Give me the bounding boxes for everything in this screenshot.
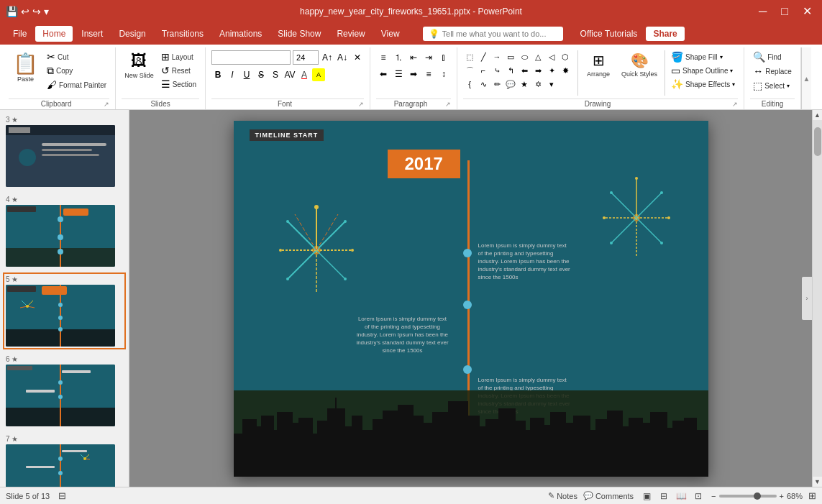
underline-button[interactable]: U [240,68,253,81]
columns-button[interactable]: ⫿ [437,50,451,65]
minimize-button[interactable]: ─ [754,6,771,17]
increase-indent-button[interactable]: ⇥ [421,50,436,65]
select-shape[interactable]: ⬚ [463,50,476,63]
align-center-button[interactable]: ☰ [391,67,406,81]
menu-slideshow[interactable]: Slide Show [270,26,328,42]
find-button[interactable]: 🔍 Find [750,50,784,63]
ribbon-collapse-button[interactable]: ▲ [801,47,811,109]
arrange-button[interactable]: ⊞ Arrange [584,50,613,79]
slide-thumb-4[interactable]: 4★ [3,193,126,270]
fit-page-button[interactable]: ⊞ [808,490,816,501]
reset-button[interactable]: ↺ Reset [158,64,199,77]
scroll-track[interactable] [813,120,822,477]
slide-thumb-5[interactable]: 5★ [3,272,126,349]
scroll-thumb[interactable] [814,127,821,156]
menu-transitions[interactable]: Transitions [155,26,211,42]
align-right-button[interactable]: ➡ [406,67,421,81]
line-spacing-button[interactable]: ↕ [437,67,451,81]
tell-me-input[interactable] [442,29,557,38]
quick-styles-button[interactable]: 🎨 Quick Styles [618,50,660,79]
clear-format-button[interactable]: ✕ [351,51,364,64]
bracket-shape[interactable]: ⌐ [477,64,490,77]
shape-outline-button[interactable]: ▭ Shape Outline ▾ [668,64,738,77]
copy-button[interactable]: ⧉ Copy [44,64,109,78]
share-button[interactable]: Share [646,27,684,41]
font-name-input[interactable] [211,50,291,65]
numbering-button[interactable]: ⒈ [391,50,406,65]
close-button[interactable]: ✕ [798,6,816,17]
char-spacing-button[interactable]: AV [283,68,296,81]
menu-design[interactable]: Design [111,26,152,42]
italic-button[interactable]: I [226,68,239,81]
scroll-down-button[interactable]: ▼ [813,477,823,487]
customize-qat-icon[interactable]: ▾ [44,6,49,17]
arrow-shape[interactable]: → [490,50,503,63]
menu-animations[interactable]: Animations [212,26,269,42]
maximize-button[interactable]: □ [777,6,793,17]
strikethrough-button[interactable]: S [255,68,268,81]
uturn-shape[interactable]: ↰ [504,64,517,77]
scroll-up-button[interactable]: ▲ [813,110,823,120]
starburst-shape[interactable]: ✸ [559,64,572,77]
font-size-input[interactable] [293,50,319,65]
tell-me-box[interactable]: 💡 [423,27,563,41]
slide-thumb-7[interactable]: 7★ [3,432,126,487]
slide-thumb-3[interactable]: 3★ [3,113,126,190]
reading-view-button[interactable]: 📖 [674,489,688,503]
star5-shape[interactable]: ★ [518,78,531,91]
leftarrow-shape[interactable]: ⬅ [518,64,531,77]
new-slide-button[interactable]: 🖼 New Slide [122,50,157,81]
star6-shape[interactable]: ✡ [531,78,544,91]
comments-button[interactable]: 💬 Comments [583,491,634,500]
shape-fill-button[interactable]: 🪣 Shape Fill ▾ [668,50,738,63]
zoom-slider[interactable] [719,495,777,498]
text-shadow-button[interactable]: S [269,68,282,81]
select-button[interactable]: ⬚ Select ▾ [750,79,793,92]
slide-thumb-6[interactable]: 6★ [3,352,126,429]
curve-shape[interactable]: ⌒ [463,64,476,77]
notes-button[interactable]: ✎ Notes [548,491,577,500]
bold-button[interactable]: B [211,68,224,81]
decrease-font-button[interactable]: A↓ [336,51,349,64]
menu-view[interactable]: View [374,26,407,42]
drawing-expand-icon[interactable]: ↗ [732,101,738,108]
clipboard-expand-icon[interactable]: ↗ [104,101,109,108]
rect-shape[interactable]: ▭ [504,50,517,63]
line-shape[interactable]: ╱ [477,50,490,63]
outline-view-button[interactable]: ⊟ [657,489,671,503]
menu-home[interactable]: Home [35,26,73,42]
save-icon[interactable]: 💾 [6,6,18,17]
text-highlight-button[interactable]: A [312,68,325,81]
paste-button[interactable]: 📋 Paste [9,50,42,84]
callout-shape[interactable]: 💬 [504,78,517,91]
office-tutorials-link[interactable]: Office Tutorials [573,26,645,42]
bullets-button[interactable]: ≡ [376,50,391,65]
zoom-out-button[interactable]: − [711,492,716,500]
rightarrow-shape[interactable]: ➡ [531,64,544,77]
arrow2-shape[interactable]: ⤷ [490,64,503,77]
menu-insert[interactable]: Insert [74,26,110,42]
hexagon-shape[interactable]: ⬡ [559,50,572,63]
section-button[interactable]: ☰ Section [158,78,199,91]
normal-view-button[interactable]: ▣ [639,489,654,503]
justify-button[interactable]: ≡ [421,67,436,81]
layout-button[interactable]: ⊞ Layout [158,50,199,63]
right-panel-collapse[interactable]: › [802,277,812,320]
star4-shape[interactable]: ✦ [545,64,558,77]
font-expand-icon[interactable]: ↗ [358,101,364,108]
ellipse-shape[interactable]: ⬭ [518,50,531,63]
increase-font-button[interactable]: A↑ [321,51,334,64]
paragraph-expand-icon[interactable]: ↗ [445,101,451,108]
more-shapes[interactable]: ▾ [545,78,558,91]
menu-review[interactable]: Review [329,26,372,42]
shape-effects-button[interactable]: ✨ Shape Effects ▾ [668,78,738,91]
menu-file[interactable]: File [6,26,34,42]
font-color-button[interactable]: A [298,68,311,81]
cut-button[interactable]: ✂ Cut [44,50,109,63]
undo-icon[interactable]: ↩ [21,6,29,17]
replace-button[interactable]: ↔ Replace [750,65,795,78]
align-left-button[interactable]: ⬅ [376,67,391,81]
triangle-shape[interactable]: △ [531,50,544,63]
redo-icon[interactable]: ↪ [32,6,41,17]
zoom-in-button[interactable]: + [780,492,784,500]
